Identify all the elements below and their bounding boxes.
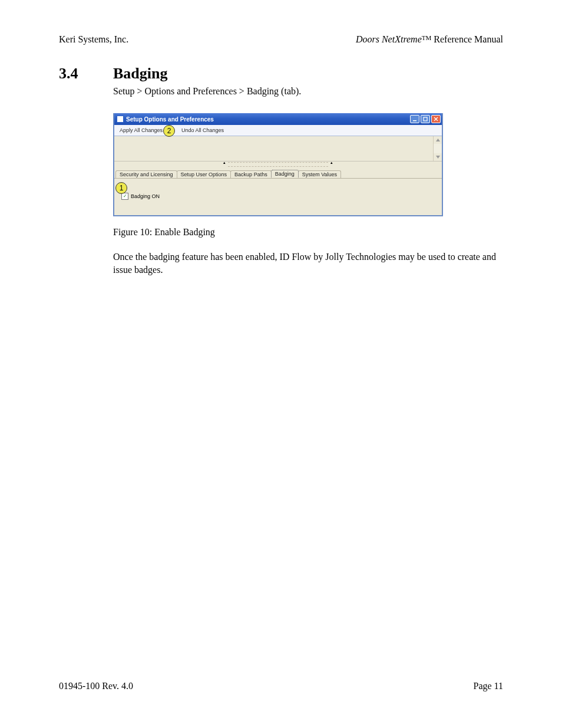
trademark-symbol: TM [422,34,432,41]
body-paragraph: Once the badging feature has been enable… [113,251,503,276]
window-title: Setup Options and Preferences [126,116,408,123]
close-button[interactable] [431,115,441,123]
chevron-up-icon [436,139,440,141]
figure-screenshot: Setup Options and Preferences Apply All … [113,113,503,216]
callout-2: 2 [163,125,175,137]
document-type: Reference Manual [431,34,503,44]
splitter-handle[interactable]: ▴ ▴ [114,162,442,167]
window-titlebar[interactable]: Setup Options and Preferences [114,113,442,125]
callout-1: 1 [115,182,127,194]
page-footer: 01945-100 Rev. 4.0 Page 11 [59,681,503,691]
page-header: Keri Systems, Inc. Doors NetXtremeTM Ref… [59,34,503,45]
upper-panel [114,136,442,162]
svg-rect-1 [424,117,427,121]
header-company: Keri Systems, Inc. [59,34,128,45]
header-document-title: Doors NetXtremeTM Reference Manual [356,34,503,45]
chevron-down-icon [436,156,440,159]
app-icon [117,116,124,123]
badging-on-row: ✓ Badging ON [121,193,160,200]
window-setup-options: Setup Options and Preferences Apply All … [113,113,443,216]
product-name: Doors NetXtreme [356,34,422,44]
minimize-icon [412,117,417,121]
minimize-button[interactable] [410,115,419,123]
maximize-icon [423,117,428,121]
section-title: Badging [113,65,168,83]
svg-rect-0 [413,120,416,121]
scroll-down-button[interactable] [434,153,442,161]
tab-setup-user-options[interactable]: Setup User Options [177,170,232,178]
tab-backup-paths[interactable]: Backup Paths [230,170,272,178]
figure-caption: Figure 10: Enable Badging [113,227,503,238]
doc-rev: 01945-100 Rev. 4.0 [59,681,133,691]
close-icon [434,117,438,121]
window-controls [410,115,441,123]
tab-system-values[interactable]: System Values [298,170,341,178]
scrollbar[interactable] [433,136,442,161]
tabs-row: Security and Licensing Setup User Option… [114,167,442,178]
tab-badging-content: 1 ✓ Badging ON [114,178,442,215]
checkmark-icon: ✓ [123,194,127,199]
tab-badging[interactable]: Badging [271,170,299,178]
apply-all-changes-button[interactable]: Apply All Changes [117,125,166,136]
scroll-up-button[interactable] [434,136,442,144]
tab-security-and-licensing[interactable]: Security and Licensing [115,170,177,178]
section-number: 3.4 [59,65,113,83]
undo-all-changes-button[interactable]: Undo All Changes [178,125,227,136]
section-heading: 3.4 Badging [59,65,503,83]
maximize-button[interactable] [421,115,430,123]
badging-on-label: Badging ON [131,193,160,199]
page-number: Page 11 [473,681,503,691]
toolbar: Apply All Changes Undo All Changes 2 [114,125,442,136]
breadcrumb: Setup > Options and Preferences > Badgin… [113,86,503,97]
splitter-grip-icon: ▴ ▴ [228,162,328,167]
